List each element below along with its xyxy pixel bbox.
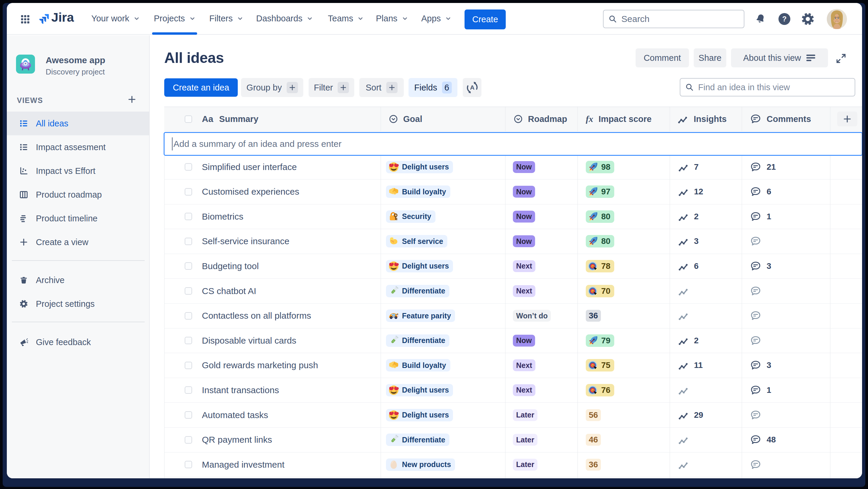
- svg-text:A: A: [470, 84, 474, 91]
- svg-text:3: 3: [393, 315, 395, 318]
- svg-text:?: ?: [782, 15, 787, 23]
